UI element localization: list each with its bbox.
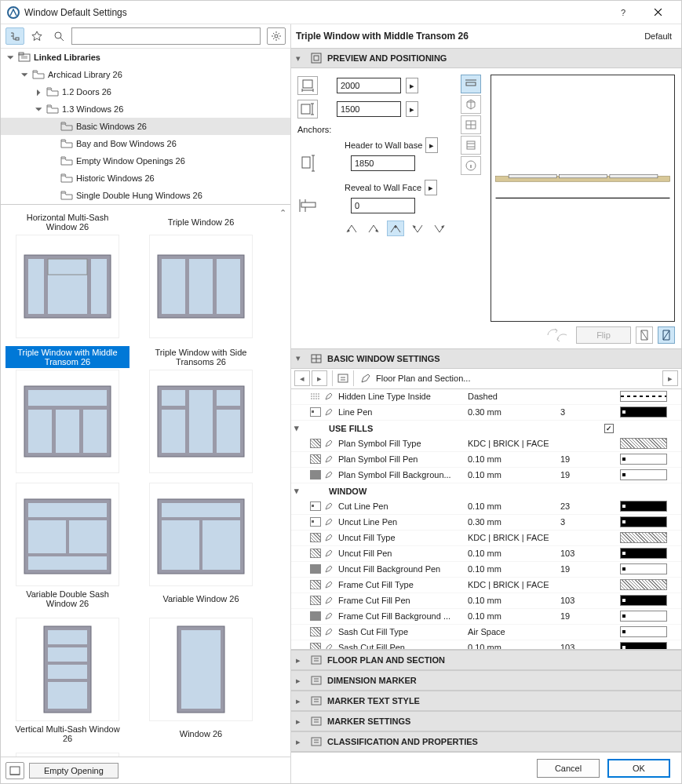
tab-next[interactable]: ▸ <box>312 370 327 386</box>
close-button[interactable] <box>640 2 675 24</box>
empty-opening-icon[interactable] <box>5 762 24 779</box>
tree-item[interactable]: Bay and Bow Windows 26 <box>1 135 290 152</box>
pen-icon <box>360 373 371 384</box>
cancel-button[interactable]: Cancel <box>537 759 600 778</box>
tree-item[interactable]: Basic Windows 26 <box>1 118 290 135</box>
preview-body: ▸ ▸ Anchors: Header to Wall base ▸ <box>291 68 681 325</box>
panel-collapsed[interactable]: ▸ MARKER SETTINGS <box>291 711 681 731</box>
gallery[interactable]: ⌃ Horizontal Multi-Sash Window 26Triple … <box>1 204 290 757</box>
empty-opening-button[interactable]: Empty Opening <box>29 763 119 779</box>
reveal-label: Reveal to Wall Face <box>345 183 421 192</box>
setting-row[interactable]: Sash Cut Fill Pen 0.10 mm 103 <box>291 640 681 650</box>
view-elev-button[interactable] <box>461 136 481 155</box>
gallery-item[interactable]: Window with Sidelight 26 <box>1 748 134 757</box>
favorites-button[interactable] <box>27 27 46 45</box>
setting-row[interactable]: Cut Line Pen 0.10 mm 23 <box>291 499 681 515</box>
tree-root[interactable]: ⏷ Linked Libraries <box>1 49 290 66</box>
setting-name: Frame Cut Fill Type <box>338 580 468 589</box>
gallery-item[interactable]: Triple Window 26 <box>134 208 268 343</box>
gallery-item[interactable]: Window 26 <box>134 613 268 748</box>
tree-item[interactable]: Historic Windows 26 <box>1 170 290 187</box>
group-window[interactable]: ▾ WINDOW <box>291 483 681 499</box>
setting-value: 0.10 mm <box>468 470 560 480</box>
default-label[interactable]: Default <box>644 31 672 41</box>
tab-more[interactable]: ▸ <box>662 370 678 386</box>
ok-button[interactable]: OK <box>607 759 670 778</box>
width-input[interactable] <box>337 78 401 93</box>
panel-preview-header[interactable]: ▾ PREVIEW AND POSITIONING <box>291 48 681 68</box>
svg-rect-14 <box>217 259 240 314</box>
setting-name: Plan Symbol Fill Type <box>338 439 468 448</box>
tab-prev[interactable]: ◂ <box>294 370 310 386</box>
panel-collapsed[interactable]: ▸ MARKER TEXT STYLE <box>291 691 681 711</box>
setting-row[interactable]: Frame Cut Fill Type KDC | BRICK | FACE <box>291 578 681 593</box>
setting-row[interactable]: Uncut Fill Background Pen 0.10 mm 19 <box>291 562 681 578</box>
setting-row[interactable]: Uncut Fill Type KDC | BRICK | FACE <box>291 531 681 546</box>
tree-label: 1.2 Doors 26 <box>62 87 111 97</box>
svg-point-54 <box>376 230 378 232</box>
tree-item[interactable]: ⏵ 1.2 Doors 26 <box>1 83 290 100</box>
settings-list[interactable]: Hidden Line Type Inside Dashed Line Pen … <box>291 389 681 650</box>
panel-collapsed[interactable]: ▸ CLASSIFICATION AND PROPERTIES <box>291 731 681 752</box>
settings-button[interactable] <box>267 27 286 45</box>
orient-2[interactable] <box>658 326 675 344</box>
anchor-2[interactable] <box>365 221 382 236</box>
width-step[interactable]: ▸ <box>406 78 418 93</box>
setting-row[interactable]: Uncut Line Pen 0.30 mm 3 <box>291 515 681 531</box>
gallery-item[interactable]: Variable Double Sash Window 26 <box>1 478 134 613</box>
library-tree[interactable]: ⏷ Linked Libraries ⏷ Archicad Library 26… <box>1 48 290 204</box>
reveal-menu[interactable]: ▸ <box>425 180 437 195</box>
setting-row[interactable]: Plan Symbol Fill Backgroun... 0.10 mm 19 <box>291 468 681 483</box>
panel-basic-header[interactable]: ▾ BASIC WINDOW SETTINGS <box>291 348 681 369</box>
dialog: Window Default Settings ? ⏷ Linked Libra… <box>0 0 682 784</box>
setting-row[interactable]: Frame Cut Fill Pen 0.10 mm 103 <box>291 593 681 609</box>
tree-item[interactable]: ⏷ 1.3 Windows 26 <box>1 100 290 118</box>
use-fills-checkbox[interactable]: ✓ <box>604 424 614 433</box>
setting-row[interactable]: Plan Symbol Fill Type KDC | BRICK | FACE <box>291 436 681 452</box>
panel-collapsed[interactable]: ▸ FLOOR PLAN AND SECTION <box>291 650 681 670</box>
setting-row[interactable]: Line Pen 0.30 mm 3 <box>291 405 681 421</box>
tree-item[interactable]: Empty Window Openings 26 <box>1 152 290 170</box>
gallery-item[interactable]: Triple Window with Middle Transom 26 <box>1 343 134 478</box>
panel-collapsed[interactable]: ▸ DIMENSION MARKER <box>291 670 681 691</box>
header-to-wall-menu[interactable]: ▸ <box>425 137 438 153</box>
help-button[interactable]: ? <box>606 2 640 24</box>
gallery-item[interactable]: Variable Window 26 <box>134 478 268 613</box>
setting-row[interactable]: Hidden Line Type Inside Dashed <box>291 389 681 405</box>
tree-item[interactable]: ⏷ Archicad Library 26 <box>1 66 290 83</box>
view-plan-button[interactable] <box>461 75 481 93</box>
pen-icon <box>323 454 335 465</box>
search-button[interactable] <box>49 27 68 45</box>
gallery-scroll-up[interactable]: ⌃ <box>276 208 289 221</box>
anchor-4[interactable] <box>409 221 426 236</box>
tab-icon[interactable] <box>332 370 354 386</box>
reveal-value-input[interactable] <box>351 198 415 213</box>
gallery-item[interactable]: Horizontal Multi-Sash Window 26 <box>1 208 134 343</box>
anchor-3[interactable] <box>387 221 404 236</box>
gallery-item[interactable]: Triple Window with Side Transoms 26 <box>134 343 268 478</box>
tree-item[interactable]: Single Double Hung Windows 26 <box>1 187 290 204</box>
gallery-label: Window 26 <box>139 723 263 745</box>
setting-row[interactable]: Frame Cut Fill Background ... 0.10 mm 19 <box>291 609 681 625</box>
orient-1[interactable] <box>636 326 653 344</box>
gallery-item[interactable]: Vertical Multi-Sash Window 26 <box>1 613 134 748</box>
tree-view-button[interactable] <box>5 27 24 45</box>
group-use-fills[interactable]: ▾ USE FILLS ✓ <box>291 421 681 436</box>
anchor-5[interactable] <box>431 221 448 236</box>
svg-rect-9 <box>91 259 107 314</box>
tab-label[interactable]: Floor Plan and Section... <box>356 373 661 384</box>
view-3d-button[interactable] <box>461 95 481 114</box>
search-input[interactable] <box>71 27 261 45</box>
height-input[interactable] <box>337 101 401 117</box>
setting-row[interactable]: Uncut Fill Pen 0.10 mm 103 <box>291 546 681 562</box>
view-wire-button[interactable] <box>461 115 481 134</box>
svg-rect-66 <box>610 174 658 177</box>
flip-button[interactable]: Flip <box>576 326 631 344</box>
anchor-1[interactable] <box>343 221 360 236</box>
setting-row[interactable]: Sash Cut Fill Type Air Space <box>291 625 681 640</box>
setting-row[interactable]: Plan Symbol Fill Pen 0.10 mm 19 <box>291 452 681 468</box>
height-step[interactable]: ▸ <box>406 101 418 117</box>
preview-canvas[interactable] <box>491 75 675 322</box>
header-value-input[interactable] <box>351 155 415 171</box>
view-info-button[interactable] <box>461 156 481 175</box>
